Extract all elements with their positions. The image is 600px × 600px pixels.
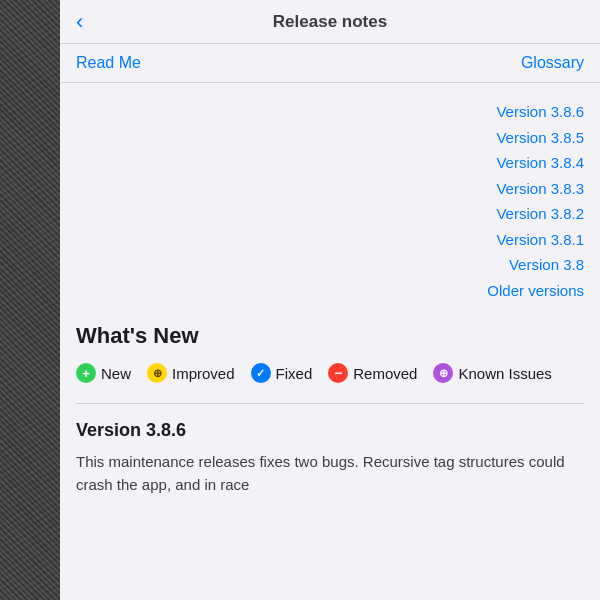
badge-known: ⊕	[433, 363, 453, 383]
navbar-title: Release notes	[273, 12, 387, 32]
legend-improved-label: Improved	[172, 365, 235, 382]
content-area[interactable]: Version 3.8.6 Version 3.8.5 Version 3.8.…	[60, 83, 600, 600]
tab-read-me[interactable]: Read Me	[76, 54, 141, 72]
version-link-385[interactable]: Version 3.8.5	[496, 125, 584, 151]
badge-improved: ⊕	[147, 363, 167, 383]
main-content: ‹ Release notes Read Me Glossary Version…	[60, 0, 600, 600]
version-386-description: This maintenance releases fixes two bugs…	[76, 451, 584, 496]
version-link-older[interactable]: Older versions	[487, 278, 584, 304]
tab-glossary[interactable]: Glossary	[521, 54, 584, 72]
legend-new: + New	[76, 363, 131, 383]
legend: + New ⊕ Improved ✓ Fixed − Removed	[76, 363, 584, 383]
legend-known-label: Known Issues	[458, 365, 551, 382]
version-links: Version 3.8.6 Version 3.8.5 Version 3.8.…	[76, 99, 584, 303]
legend-removed-label: Removed	[353, 365, 417, 382]
version-link-384[interactable]: Version 3.8.4	[496, 150, 584, 176]
sidebar-texture	[0, 0, 60, 600]
app-container: ‹ Release notes Read Me Glossary Version…	[0, 0, 600, 600]
badge-removed: −	[328, 363, 348, 383]
back-button[interactable]: ‹	[76, 11, 83, 33]
tabbar: Read Me Glossary	[60, 44, 600, 83]
version-link-386[interactable]: Version 3.8.6	[496, 99, 584, 125]
legend-fixed: ✓ Fixed	[251, 363, 313, 383]
sidebar	[0, 0, 60, 600]
version-link-383[interactable]: Version 3.8.3	[496, 176, 584, 202]
whats-new-section: What's New + New ⊕ Improved ✓ Fixed	[76, 323, 584, 496]
legend-fixed-label: Fixed	[276, 365, 313, 382]
divider	[76, 403, 584, 404]
legend-new-label: New	[101, 365, 131, 382]
legend-known: ⊕ Known Issues	[433, 363, 551, 383]
navbar: ‹ Release notes	[60, 0, 600, 44]
whats-new-title: What's New	[76, 323, 584, 349]
legend-removed: − Removed	[328, 363, 417, 383]
version-link-38[interactable]: Version 3.8	[509, 252, 584, 278]
legend-improved: ⊕ Improved	[147, 363, 235, 383]
version-386-section: Version 3.8.6 This maintenance releases …	[76, 420, 584, 496]
version-link-382[interactable]: Version 3.8.2	[496, 201, 584, 227]
version-386-title: Version 3.8.6	[76, 420, 584, 441]
badge-fixed: ✓	[251, 363, 271, 383]
badge-new: +	[76, 363, 96, 383]
version-link-381[interactable]: Version 3.8.1	[496, 227, 584, 253]
